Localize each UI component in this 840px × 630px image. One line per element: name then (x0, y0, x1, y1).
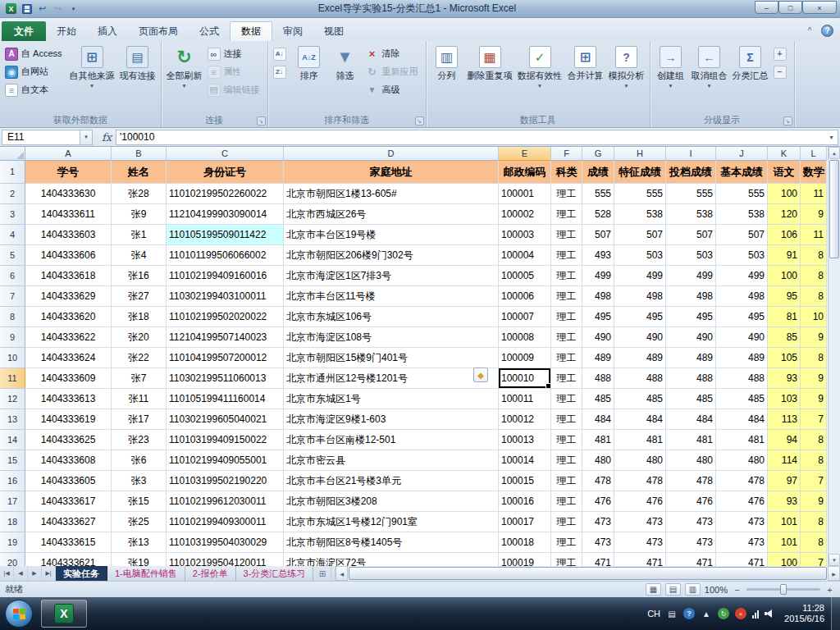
cell-L15[interactable]: 8 (801, 450, 827, 471)
cell-J5[interactable]: 503 (716, 245, 768, 266)
cell-C12[interactable]: 110105199411160014 (167, 389, 284, 409)
cell-D12[interactable]: 北京市东城区1号 (284, 389, 499, 409)
cell-E10[interactable]: 100009 (499, 348, 551, 368)
undo-button[interactable]: ↩ (36, 2, 48, 15)
cell-G19[interactable]: 473 (582, 532, 614, 553)
show-desktop-button[interactable] (831, 597, 840, 630)
cell-B5[interactable]: 张4 (112, 245, 167, 266)
row-header-9[interactable]: 9 (0, 327, 25, 348)
cell-D7[interactable]: 北京市丰台区11号楼 (284, 286, 499, 307)
group-button[interactable]: →创建组▼ (653, 43, 689, 113)
row-header-5[interactable]: 5 (0, 245, 25, 266)
cell-F18[interactable]: 理工 (551, 512, 582, 532)
cell-A20[interactable]: 1404333621 (25, 553, 112, 566)
clock[interactable]: 11:28 2015/6/16 (784, 603, 824, 624)
cell-K13[interactable]: 113 (768, 409, 801, 430)
cell-F2[interactable]: 理工 (551, 184, 582, 204)
cell-I8[interactable]: 495 (666, 307, 716, 327)
cell-D11[interactable]: 北京市通州区12号楼1201号 (284, 368, 499, 389)
cell-I20[interactable]: 471 (666, 553, 716, 566)
cell-A10[interactable]: 1404333624 (25, 348, 112, 368)
cell-H6[interactable]: 499 (614, 266, 666, 286)
col-header-B[interactable]: B (112, 147, 167, 161)
cell-I4[interactable]: 507 (666, 225, 716, 245)
cell-B20[interactable]: 张19 (112, 553, 167, 566)
cell-H9[interactable]: 490 (614, 327, 666, 348)
cell-E13[interactable]: 100012 (499, 409, 551, 430)
cell-L19[interactable]: 8 (801, 532, 827, 553)
cell-K17[interactable]: 93 (768, 491, 801, 512)
cell-A17[interactable]: 1404333617 (25, 491, 112, 512)
cell-J14[interactable]: 481 (716, 430, 768, 450)
col-header-C[interactable]: C (167, 147, 284, 161)
dedup-button[interactable]: ▦删除重复项 (465, 43, 515, 113)
reapply-button[interactable]: ↻重新应用 (363, 63, 423, 80)
ribbon-tab-7[interactable]: 视图 (313, 22, 354, 41)
row-header-2[interactable]: 2 (0, 184, 25, 204)
cell-K7[interactable]: 95 (768, 286, 801, 307)
cell-I9[interactable]: 490 (666, 327, 716, 348)
row-header-8[interactable]: 8 (0, 307, 25, 327)
cell-H11[interactable]: 488 (614, 368, 666, 389)
cell-C8[interactable]: 110102199502020022 (167, 307, 284, 327)
cell-D16[interactable]: 北京市丰台区21号楼3单元 (284, 471, 499, 491)
cell-B11[interactable]: 张7 (112, 368, 167, 389)
name-box-dropdown[interactable]: ▼ (80, 130, 93, 145)
cell-A8[interactable]: 1404333620 (25, 307, 112, 327)
row-header-14[interactable]: 14 (0, 430, 25, 450)
cell-B19[interactable]: 张13 (112, 532, 167, 553)
cell-A14[interactable]: 1404333625 (25, 430, 112, 450)
whatif-button[interactable]: ?模拟分析▼ (606, 43, 647, 113)
cell-L17[interactable]: 9 (801, 491, 827, 512)
cell-L6[interactable]: 8 (801, 266, 827, 286)
advanced-button[interactable]: ▼高级 (363, 81, 423, 98)
cell-C6[interactable]: 110102199409160016 (167, 266, 284, 286)
cell-K16[interactable]: 97 (768, 471, 801, 491)
t2c-button[interactable]: ▥分列 (429, 43, 465, 113)
cell-G10[interactable]: 489 (582, 348, 614, 368)
col-header-D[interactable]: D (284, 147, 499, 161)
network-icon[interactable] (752, 609, 759, 619)
cell-J12[interactable]: 485 (716, 389, 768, 409)
cell-K19[interactable]: 101 (768, 532, 801, 553)
cell-E15[interactable]: 100014 (499, 450, 551, 471)
cell-J19[interactable]: 473 (716, 532, 768, 553)
cell-F17[interactable]: 理工 (551, 491, 582, 512)
cell-A7[interactable]: 1404333629 (25, 286, 112, 307)
cell-B13[interactable]: 张17 (112, 409, 167, 430)
cell-E1[interactable]: 邮政编码 (499, 161, 551, 184)
qat-menu-button[interactable]: ▾ (67, 2, 80, 15)
cell-B6[interactable]: 张16 (112, 266, 167, 286)
cell-C15[interactable]: 110102199409055001 (167, 450, 284, 471)
close-button[interactable]: × (802, 1, 837, 14)
cell-L5[interactable]: 8 (801, 245, 827, 266)
clear-button[interactable]: ×清除 (363, 45, 423, 62)
cell-D5[interactable]: 北京市朝阳区206楼9门302号 (284, 245, 499, 266)
cell-A16[interactable]: 1404333605 (25, 471, 112, 491)
cell-J1[interactable]: 基本成绩 (716, 161, 768, 184)
cell-A1[interactable]: 学号 (25, 161, 112, 184)
help-button[interactable]: ? (821, 25, 833, 37)
cell-G5[interactable]: 493 (582, 245, 614, 266)
cell-C11[interactable]: 110302199511060013 (167, 368, 284, 389)
cell-K9[interactable]: 85 (768, 327, 801, 348)
sheet-tab-1[interactable]: 1-电脑配件销售 (107, 566, 185, 581)
maximize-button[interactable]: □ (778, 1, 802, 14)
cell-K4[interactable]: 106 (768, 225, 801, 245)
cell-D15[interactable]: 北京市密云县 (284, 450, 499, 471)
cell-K3[interactable]: 120 (768, 204, 801, 225)
cell-D20[interactable]: 北京市海淀区72号 (284, 553, 499, 566)
row-header-6[interactable]: 6 (0, 266, 25, 286)
normal-view-button[interactable]: ▦ (646, 583, 661, 596)
cell-C14[interactable]: 110103199409150022 (167, 430, 284, 450)
cell-I19[interactable]: 473 (666, 532, 716, 553)
cell-J17[interactable]: 476 (716, 491, 768, 512)
cell-J18[interactable]: 473 (716, 512, 768, 532)
cell-E19[interactable]: 100018 (499, 532, 551, 553)
cell-B7[interactable]: 张27 (112, 286, 167, 307)
cell-G6[interactable]: 499 (582, 266, 614, 286)
cell-L18[interactable]: 8 (801, 512, 827, 532)
excel-app-icon[interactable]: X (5, 2, 17, 15)
cell-E14[interactable]: 100013 (499, 430, 551, 450)
cell-L1[interactable]: 数学 (801, 161, 827, 184)
